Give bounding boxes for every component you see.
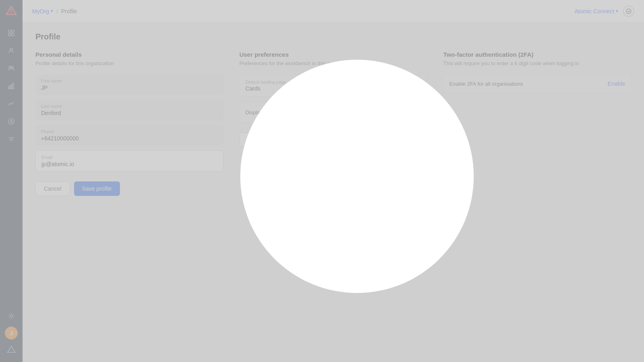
user-preferences-desc: Preferences for the workbench in this or… — [239, 60, 427, 66]
sidebar-item-filter[interactable] — [4, 132, 19, 146]
svg-rect-11 — [10, 85, 12, 89]
svg-point-20 — [626, 9, 631, 14]
svg-point-9 — [12, 66, 14, 68]
svg-point-7 — [10, 48, 12, 51]
page-breadcrumb: Profile — [61, 8, 77, 14]
sidebar-item-dashboard[interactable] — [4, 26, 19, 40]
personal-details-section: Personal details Profile details for thi… — [35, 51, 223, 196]
page-body: Profile Personal details Profile details… — [23, 23, 644, 362]
dropdown-inner: Default landing page Cards — [246, 80, 286, 92]
page-title: Profile — [35, 32, 631, 41]
svg-rect-4 — [12, 30, 14, 32]
cancel-preferences-button[interactable]: Cancel — [239, 132, 274, 147]
first-name-value: JP — [41, 84, 218, 91]
phone-value: +64210000000 — [41, 135, 218, 142]
notifications-button[interactable] — [623, 6, 634, 17]
topbar: MyOrg ▾ / Profile Atomic Connect ▾ — [23, 0, 644, 23]
first-name-field[interactable]: First name JP — [35, 74, 223, 95]
last-name-value: Denford — [41, 110, 218, 116]
last-name-label: Last name — [41, 104, 218, 109]
sidebar-nav — [4, 26, 19, 309]
toggle-clear-icon[interactable]: ✕ — [412, 108, 421, 117]
connect-label: Atomic Connect — [574, 8, 614, 14]
org-chevron-icon: ▾ — [51, 8, 53, 14]
user-avatar[interactable]: J — [5, 327, 18, 339]
first-name-label: First name — [41, 78, 218, 83]
org-label: MyOrg — [32, 8, 49, 14]
save-preferences-button[interactable]: Save preferences — [278, 132, 338, 147]
svg-rect-6 — [12, 33, 14, 36]
sidebar-item-chart[interactable] — [4, 79, 19, 93]
app-logo[interactable] — [5, 5, 18, 18]
timezone-toggle-text: Display dates using my local browser tim… — [246, 109, 354, 115]
svg-rect-12 — [12, 83, 14, 89]
sidebar-item-analytics[interactable] — [4, 97, 19, 111]
sidebar-item-logo-bottom[interactable] — [4, 343, 19, 357]
cancel-profile-button[interactable]: Cancel — [35, 181, 70, 196]
sections-grid: Personal details Profile details for thi… — [35, 51, 631, 196]
dropdown-label: Default landing page — [246, 80, 286, 84]
svg-rect-5 — [8, 33, 11, 36]
svg-point-18 — [10, 315, 12, 317]
dropdown-value: Cards — [246, 85, 286, 92]
email-field[interactable]: Email jp@atomic.io — [35, 150, 223, 172]
dropdown-arrow-icon: ▾ — [418, 82, 421, 89]
sidebar-bottom: J — [4, 309, 19, 357]
two-factor-desc: This will require you to enter a 6 digit… — [443, 60, 631, 66]
personal-details-actions: Cancel Save profile — [35, 181, 223, 196]
enable-2fa-button[interactable]: Enable — [607, 80, 625, 87]
svg-point-2 — [11, 13, 12, 14]
svg-point-13 — [8, 119, 14, 124]
svg-marker-19 — [8, 346, 15, 353]
personal-details-desc: Profile details for this organization — [35, 60, 223, 66]
atomic-connect-button[interactable]: Atomic Connect ▾ — [574, 8, 618, 14]
user-preferences-section: User preferences Preferences for the wor… — [239, 51, 427, 196]
breadcrumb-sep: / — [56, 8, 58, 14]
sidebar-item-settings-circle[interactable] — [4, 114, 19, 129]
svg-rect-3 — [8, 30, 11, 32]
sidebar-item-group[interactable] — [4, 61, 19, 76]
phone-label: Phone — [41, 129, 218, 134]
personal-details-title: Personal details — [35, 51, 223, 58]
connect-chevron-icon: ▾ — [616, 8, 618, 14]
timezone-toggle[interactable]: Display dates using my local browser tim… — [239, 102, 427, 123]
two-factor-row: Enable 2FA for all organisations Enable — [443, 74, 631, 93]
preferences-actions: Cancel Save preferences — [239, 132, 427, 147]
user-preferences-title: User preferences — [239, 51, 427, 58]
phone-field[interactable]: Phone +64210000000 — [35, 125, 223, 146]
main-content: MyOrg ▾ / Profile Atomic Connect ▾ — [23, 0, 644, 362]
topbar-left: MyOrg ▾ / Profile — [32, 8, 77, 14]
sidebar-item-gear[interactable] — [4, 309, 19, 323]
topbar-right: Atomic Connect ▾ — [574, 6, 634, 17]
two-factor-section: Two-factor authentication (2FA) This wil… — [443, 51, 631, 196]
save-profile-button[interactable]: Save profile — [74, 181, 120, 196]
svg-point-8 — [9, 66, 11, 68]
email-value: jp@atomic.io — [41, 161, 217, 167]
sidebar: J — [0, 0, 23, 362]
org-selector[interactable]: MyOrg ▾ — [32, 8, 53, 14]
sidebar-item-person[interactable] — [4, 43, 19, 58]
two-factor-enable-label: Enable 2FA for all organisations — [449, 81, 523, 87]
last-name-field[interactable]: Last name Denford — [35, 100, 223, 120]
landing-page-dropdown[interactable]: Default landing page Cards ▾ — [239, 74, 427, 97]
svg-rect-10 — [8, 86, 10, 89]
two-factor-title: Two-factor authentication (2FA) — [443, 51, 631, 58]
email-label: Email — [41, 155, 217, 160]
svg-point-14 — [10, 121, 12, 123]
